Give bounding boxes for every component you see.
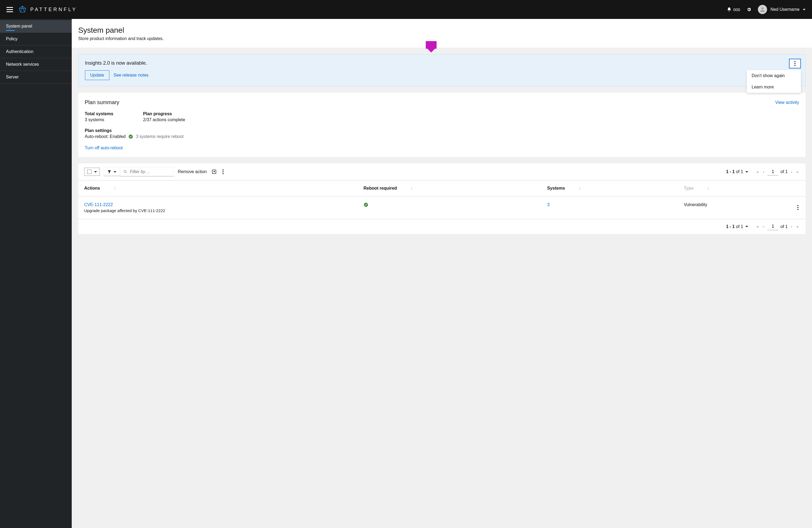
page-title: System panel (78, 26, 806, 35)
avatar (758, 5, 767, 14)
callout-pointer (426, 41, 437, 52)
of-total: of 1 (736, 169, 743, 174)
brand[interactable]: PATTERNFLY (18, 5, 77, 14)
sort-icon: ↕ (114, 186, 116, 191)
hamburger-menu-button[interactable] (6, 6, 13, 13)
caret-down-icon (803, 9, 806, 10)
plan-settings-helper: 3 systems require reboot (136, 134, 184, 139)
svg-line-3 (126, 172, 127, 173)
page-input[interactable] (767, 223, 778, 230)
card-title: Plan summary (85, 99, 119, 105)
caret-down-icon[interactable] (745, 171, 748, 172)
user-menu-button[interactable]: Ned Username (758, 5, 806, 14)
toolbar-kebab-button[interactable] (221, 168, 224, 175)
sort-icon: ↕ (410, 186, 413, 191)
sidebar-item-server[interactable]: Server (0, 71, 72, 84)
of-total: of 1 (736, 224, 743, 229)
of-pages: of 1 (780, 169, 788, 174)
total-systems-label: Total systems (85, 111, 113, 116)
hint-kebab-button[interactable] (789, 59, 801, 69)
caret-down-icon[interactable] (745, 226, 748, 227)
update-button[interactable]: Update (85, 70, 110, 80)
caret-down-icon (114, 171, 116, 172)
checkbox-icon (87, 170, 91, 174)
hint-alert: Insights 2.0 is now available. Update Se… (78, 54, 806, 86)
page-range: 1 - 1 (726, 224, 735, 229)
masthead-right: 000 Ned Username (727, 5, 806, 14)
toolbar: Remove action 1 - 1 of 1 (78, 163, 806, 180)
sort-icon: ↕ (707, 186, 709, 191)
prev-page-button[interactable]: ‹ (762, 169, 765, 175)
prev-page-button[interactable]: ‹ (762, 224, 765, 229)
remove-action-button[interactable]: Remove action (178, 169, 207, 174)
table-footer: 1 - 1 of 1 « ‹ of 1 › » (78, 219, 806, 234)
first-page-button[interactable]: « (756, 169, 760, 175)
action-description: Upgrade package affected by CVE-111-2222 (84, 208, 352, 213)
col-type: Type↕ (678, 180, 791, 196)
svg-point-2 (124, 170, 126, 172)
release-notes-link[interactable]: See release notes (114, 73, 149, 78)
action-link[interactable]: CVE-111-2222 (84, 202, 352, 207)
last-page-button[interactable]: » (796, 169, 800, 175)
kebab-icon (794, 61, 796, 66)
row-kebab-button[interactable] (796, 204, 800, 211)
sidebar-item-network-services[interactable]: Network services (0, 58, 72, 71)
last-page-button[interactable]: » (796, 224, 800, 229)
svg-point-0 (762, 7, 764, 10)
main-content: System panel Store product information a… (72, 19, 812, 528)
dropdown-item-learn-more[interactable]: Learn more (747, 81, 801, 93)
dropdown-item-dont-show[interactable]: Don't show again (747, 70, 801, 81)
total-systems-value: 3 systems (85, 117, 113, 122)
hint-dropdown-menu: Don't show again Learn more (747, 70, 801, 93)
turn-off-auto-reboot-link[interactable]: Turn off auto-reboot (85, 146, 123, 150)
data-table: Actions↕ Reboot required↕ Systems↕ Type↕… (78, 180, 806, 219)
export-button[interactable] (211, 168, 218, 175)
filter-input-group (120, 167, 174, 176)
sidebar: System panel Policy Authentication Netwo… (0, 19, 72, 528)
masthead: PATTERNFLY 000 Ned Username (0, 0, 812, 19)
next-page-button[interactable]: › (790, 169, 793, 175)
plan-progress-value: 2/37 actions complete (143, 117, 185, 122)
filter-attribute-toggle[interactable] (104, 167, 120, 176)
view-activity-link[interactable]: View activity (775, 100, 799, 105)
filter-icon (107, 170, 112, 174)
search-icon (124, 170, 127, 174)
page-subtitle: Store product information and track upda… (78, 36, 806, 41)
bell-icon (727, 7, 731, 12)
sidebar-item-authentication[interactable]: Authentication (0, 45, 72, 58)
plan-summary-card: Plan summary View activity Total systems… (78, 93, 806, 157)
sidebar-item-system-panel[interactable]: System panel (0, 20, 72, 33)
col-reboot[interactable]: Reboot required↕ (358, 180, 541, 196)
caret-down-icon (94, 171, 97, 172)
kebab-icon (797, 205, 798, 210)
pagination-top: 1 - 1 of 1 « ‹ of 1 › » (726, 168, 800, 176)
check-circle-icon (128, 134, 133, 139)
page-input[interactable] (767, 168, 778, 176)
masthead-left: PATTERNFLY (6, 5, 77, 14)
sort-icon: ↕ (578, 186, 581, 191)
col-actions[interactable]: Actions↕ (78, 180, 358, 196)
systems-link[interactable]: 3 (547, 202, 550, 207)
plan-progress-label: Plan progress (143, 111, 185, 116)
username: Ned Username (770, 7, 800, 12)
type-value: Vulnerability (684, 202, 707, 207)
of-pages: of 1 (780, 224, 788, 229)
settings-button[interactable] (746, 7, 751, 12)
notification-button[interactable]: 000 (727, 7, 740, 12)
next-page-button[interactable]: › (790, 224, 793, 229)
page-range: 1 - 1 (726, 169, 735, 174)
pagination-bottom: 1 - 1 of 1 « ‹ of 1 › » (726, 223, 800, 230)
gear-icon (746, 7, 751, 12)
col-systems[interactable]: Systems↕ (541, 180, 678, 196)
kebab-icon (222, 169, 223, 174)
bulk-select-toggle[interactable] (84, 168, 100, 176)
first-page-button[interactable]: « (756, 224, 760, 229)
table-row: CVE-111-2222 Upgrade package affected by… (78, 196, 806, 219)
sidebar-item-policy[interactable]: Policy (0, 33, 72, 45)
brand-logo-icon (18, 5, 27, 14)
check-circle-icon (363, 202, 368, 207)
table-card: Remove action 1 - 1 of 1 (78, 163, 806, 234)
export-icon (212, 169, 217, 174)
notification-count: 000 (733, 7, 740, 12)
filter-input[interactable] (130, 169, 171, 174)
